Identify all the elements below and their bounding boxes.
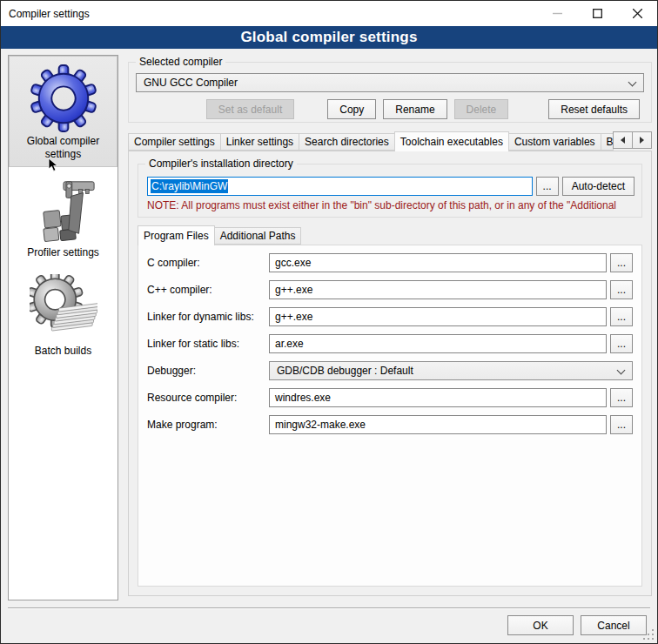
settings-tabbar: Compiler settings Linker settings Search… — [128, 131, 652, 151]
minimize-icon — [553, 9, 562, 18]
installation-directory-group-label: Compiler's installation directory — [145, 158, 297, 171]
arrow-left-icon — [621, 137, 625, 144]
compiler-settings-dialog: { "window": { "title": "Compiler setting… — [0, 0, 658, 644]
maximize-icon — [593, 9, 602, 18]
field-value: windres.exe — [275, 392, 331, 404]
copy-button[interactable]: Copy — [327, 99, 376, 119]
program-files-page: C compiler: gcc.exe ... C++ compiler: g+… — [138, 245, 642, 587]
linker-dynamic-input[interactable]: g++.exe — [269, 307, 607, 326]
debugger-select[interactable]: GDB/CDB debugger : Default — [269, 361, 633, 380]
tab-scroll-right-button[interactable] — [632, 131, 652, 149]
selected-compiler-group-label: Selected compiler — [136, 56, 225, 69]
installation-directory-group: Compiler's installation directory C:\ray… — [138, 164, 642, 218]
sidebar-item-global-compiler-settings[interactable]: Global compiler settings — [9, 56, 118, 167]
compiler-buttons-row: Set as default Copy Rename Delete Reset … — [129, 99, 640, 119]
program-files-tabbar: Program Files Additional Paths — [138, 225, 651, 245]
tab-compiler-settings[interactable]: Compiler settings — [128, 133, 221, 151]
field-value: ar.exe — [275, 338, 304, 350]
tab-toolchain-executables[interactable]: Toolchain executables — [394, 131, 509, 151]
compiler-select-value: GNU GCC Compiler — [144, 77, 238, 89]
tab-search-directories[interactable]: Search directories — [299, 133, 395, 151]
footer-divider — [8, 607, 650, 609]
cpp-compiler-browse-button[interactable]: ... — [610, 280, 633, 299]
compiler-select[interactable]: GNU GCC Compiler — [136, 73, 644, 92]
field-row-linker-dynamic: Linker for dynamic libs: g++.exe ... — [147, 307, 633, 326]
sidebar-item-label: Profiler settings — [27, 246, 99, 259]
main-panel: Selected compiler GNU GCC Compiler Set a… — [128, 55, 652, 596]
field-row-c-compiler: C compiler: gcc.exe ... — [147, 253, 633, 272]
field-value: mingw32-make.exe — [275, 419, 366, 431]
bin-subdirectory-note: NOTE: All programs must exist either in … — [147, 199, 633, 212]
installation-directory-input[interactable]: C:\raylib\MinGW — [147, 177, 533, 196]
tab-scroll-buttons — [613, 131, 652, 149]
footer-buttons: OK Cancel — [507, 615, 647, 635]
mouse-cursor — [48, 158, 58, 172]
reset-defaults-button[interactable]: Reset defaults — [548, 99, 640, 119]
caliper-icon — [30, 176, 97, 244]
maximize-button[interactable] — [577, 1, 617, 26]
linker-static-browse-button[interactable]: ... — [610, 334, 633, 353]
c-compiler-browse-button[interactable]: ... — [610, 253, 633, 272]
titlebar: Compiler settings — [1, 1, 657, 26]
field-label: C compiler: — [147, 257, 269, 269]
sidebar-item-batch-builds[interactable]: Batch builds — [9, 265, 118, 364]
toolchain-executables-pane: Compiler's installation directory C:\ray… — [128, 151, 652, 596]
field-row-resource-compiler: Resource compiler: windres.exe ... — [147, 388, 633, 407]
field-row-cpp-compiler: C++ compiler: g++.exe ... — [147, 280, 633, 299]
sidebar-item-label: Batch builds — [35, 345, 91, 358]
installation-directory-row: C:\raylib\MinGW ... Auto-detect — [147, 177, 634, 196]
make-program-browse-button[interactable]: ... — [610, 415, 633, 434]
window-title: Compiler settings — [9, 8, 90, 20]
gear-blue-icon — [30, 64, 97, 132]
chevron-down-icon — [628, 78, 637, 87]
linker-static-input[interactable]: ar.exe — [269, 334, 607, 353]
field-label: Debugger: — [147, 365, 269, 377]
window-controls — [537, 1, 657, 26]
sidebar: Global compiler settings Profiler settin… — [8, 55, 118, 600]
field-row-linker-static: Linker for static libs: ar.exe ... — [147, 334, 633, 353]
gear-stack-icon — [30, 274, 97, 342]
field-value: g++.exe — [275, 311, 312, 323]
rename-button[interactable]: Rename — [383, 99, 446, 119]
tab-scroll-left-button[interactable] — [613, 131, 633, 149]
make-program-input[interactable]: mingw32-make.exe — [269, 415, 607, 434]
sidebar-item-profiler-settings[interactable]: Profiler settings — [9, 167, 118, 265]
chevron-down-icon — [617, 366, 626, 375]
sidebar-item-label: Global compiler settings — [11, 135, 115, 161]
delete-button[interactable]: Delete — [454, 99, 509, 119]
tab-program-files[interactable]: Program Files — [138, 225, 215, 245]
ok-button[interactable]: OK — [507, 615, 574, 635]
tab-build-options-truncated[interactable]: Builc — [601, 133, 614, 151]
field-label: Linker for dynamic libs: — [147, 311, 269, 323]
tab-custom-variables[interactable]: Custom variables — [508, 133, 601, 151]
minimize-button[interactable] — [537, 1, 577, 26]
field-value: g++.exe — [275, 284, 312, 296]
selected-compiler-group: Selected compiler GNU GCC Compiler Set a… — [128, 62, 652, 123]
field-row-debugger: Debugger: GDB/CDB debugger : Default — [147, 361, 633, 380]
field-value: gcc.exe — [275, 257, 311, 269]
linker-dynamic-browse-button[interactable]: ... — [610, 307, 633, 326]
field-label: Resource compiler: — [147, 392, 269, 404]
debugger-select-value: GDB/CDB debugger : Default — [277, 365, 413, 377]
tab-additional-paths[interactable]: Additional Paths — [214, 227, 302, 245]
c-compiler-input[interactable]: gcc.exe — [269, 253, 607, 272]
set-as-default-button[interactable]: Set as default — [206, 99, 294, 119]
cancel-button[interactable]: Cancel — [581, 615, 647, 635]
field-label: Make program: — [147, 419, 269, 431]
page-title: Global compiler settings — [1, 26, 657, 49]
resize-grip[interactable] — [643, 629, 655, 641]
auto-detect-button[interactable]: Auto-detect — [562, 177, 634, 196]
field-label: Linker for static libs: — [147, 338, 269, 350]
field-row-make-program: Make program: mingw32-make.exe ... — [147, 415, 633, 434]
close-icon — [633, 9, 642, 18]
installation-directory-value: C:\raylib\MinGW — [151, 179, 228, 193]
close-button[interactable] — [617, 1, 657, 26]
cpp-compiler-input[interactable]: g++.exe — [269, 280, 607, 299]
arrow-right-icon — [640, 137, 644, 144]
resource-compiler-browse-button[interactable]: ... — [610, 388, 633, 407]
installation-directory-browse-button[interactable]: ... — [536, 177, 559, 196]
resource-compiler-input[interactable]: windres.exe — [269, 388, 607, 407]
tab-linker-settings[interactable]: Linker settings — [220, 133, 299, 151]
field-label: C++ compiler: — [147, 284, 269, 296]
